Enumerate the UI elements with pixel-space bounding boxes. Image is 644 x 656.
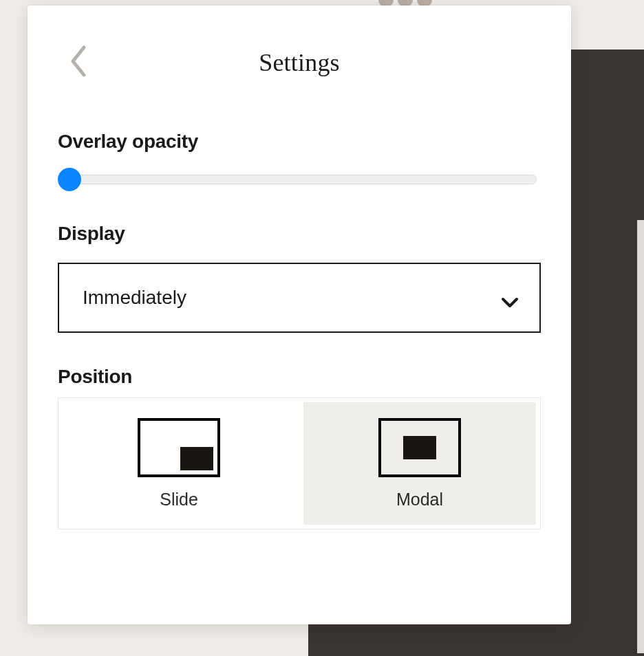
position-options: Slide Modal (58, 397, 541, 529)
display-selected-value: Immediately (83, 287, 186, 309)
overlay-opacity-slider[interactable] (58, 162, 539, 190)
display-label: Display (58, 223, 541, 245)
chevron-left-icon (69, 45, 88, 78)
position-option-modal[interactable]: Modal (303, 402, 536, 525)
position-label: Position (58, 366, 541, 388)
overlay-opacity-label: Overlay opacity (58, 131, 541, 153)
overlay-opacity-section: Overlay opacity (58, 131, 541, 190)
display-select[interactable]: Immediately (58, 263, 541, 333)
slider-thumb[interactable] (58, 168, 81, 191)
slider-track (61, 175, 537, 184)
position-section: Position Slide Modal (58, 366, 541, 529)
settings-panel: Settings Overlay opacity Display Immedia… (28, 6, 571, 624)
back-button[interactable] (63, 43, 94, 80)
position-option-label: Modal (396, 490, 443, 510)
panel-header: Settings (58, 36, 541, 89)
background-right-strip (637, 220, 644, 653)
chevron-down-icon (501, 292, 519, 314)
slide-thumbnail-block (180, 447, 213, 470)
modal-thumbnail (378, 418, 461, 477)
panel-title: Settings (259, 48, 340, 77)
display-section: Display Immediately (58, 223, 541, 333)
position-option-slide[interactable]: Slide (63, 402, 295, 525)
slide-thumbnail (138, 418, 220, 477)
position-option-label: Slide (160, 490, 198, 510)
modal-thumbnail-block (403, 436, 436, 459)
